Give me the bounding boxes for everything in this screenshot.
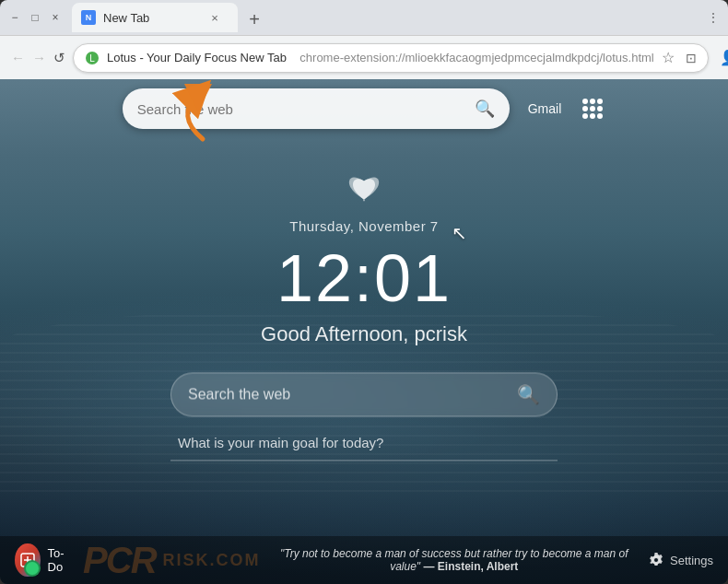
url-full: chrome-extension://mlioekkfacaogmjedpmce… <box>299 51 653 64</box>
watermark-logo: PCR <box>83 540 155 581</box>
url-bar[interactable]: L Lotus - Your Daily Focus New Tab chrom… <box>73 43 709 73</box>
watermark: PCR RISK.COM <box>83 540 260 581</box>
clock-display: 12:01 <box>276 245 452 311</box>
main-search-bar[interactable]: Search the web 🔍 <box>170 372 558 416</box>
apps-grid-button[interactable] <box>580 96 605 122</box>
bottom-bar: To-Do PCR RISK.COM "Try not to become a … <box>0 536 728 584</box>
tab-label: New Tab <box>103 11 149 25</box>
center-content: Thursday, November 7 12:01 Good Afternoo… <box>170 173 558 461</box>
tab-favicon: N <box>81 10 96 25</box>
main-search-icon: 🔍 <box>517 383 540 405</box>
settings-icon[interactable]: ⋮ <box>706 10 721 25</box>
todo-button[interactable]: To-Do <box>15 543 72 577</box>
svg-text:L: L <box>89 53 95 64</box>
tab-close-button[interactable]: × <box>206 9 223 26</box>
settings-button[interactable]: Settings <box>648 552 713 568</box>
window-controls: − □ × <box>7 10 63 25</box>
tab-bar: N New Tab × + <box>68 3 700 32</box>
lotus-icon <box>346 173 382 207</box>
todo-label: To-Do <box>48 546 73 574</box>
date-display: Thursday, November 7 <box>289 218 438 234</box>
title-bar: − □ × N New Tab × + ⋮ <box>0 0 728 35</box>
app-dot <box>597 113 603 119</box>
back-button[interactable]: ← <box>11 45 25 71</box>
forward-button[interactable]: → <box>32 45 46 71</box>
greeting-text: Good Afternoon, pcrisk <box>261 322 467 346</box>
goal-underline <box>170 460 558 461</box>
app-dot <box>582 106 588 111</box>
page-content: 🔍 Gmail <box>0 79 728 584</box>
app-dot <box>590 113 595 119</box>
goal-label: What is your main goal for today? <box>170 435 558 450</box>
app-dot <box>597 99 603 104</box>
bookmark-star-icon[interactable]: ☆ <box>662 49 675 66</box>
maximize-button[interactable]: □ <box>28 10 42 25</box>
top-search-input[interactable] <box>137 101 467 117</box>
active-tab[interactable]: N New Tab × <box>72 3 238 32</box>
refresh-button[interactable]: ↺ <box>53 45 65 71</box>
top-search-bar[interactable]: 🔍 <box>123 88 510 129</box>
watermark-site: RISK.COM <box>163 551 261 570</box>
extensions-icon[interactable]: ⊡ <box>686 51 697 65</box>
profile-icon[interactable]: 👤 <box>716 45 728 71</box>
app-dot <box>590 106 595 111</box>
main-search-placeholder: Search the web <box>188 386 508 403</box>
quote-text: "Try not to become a man of success but … <box>272 547 638 573</box>
todo-icon <box>15 543 41 577</box>
settings-label: Settings <box>670 554 713 567</box>
title-bar-right: ⋮ <box>706 10 721 25</box>
minimize-button[interactable]: − <box>7 10 22 25</box>
close-button[interactable]: × <box>48 10 63 25</box>
browser-frame: − □ × N New Tab × + ⋮ ← → ↺ L Lotus - Yo… <box>0 0 728 584</box>
app-dot <box>582 113 588 119</box>
gmail-link[interactable]: Gmail <box>528 101 562 116</box>
url-text: Lotus - Your Daily Focus New Tab chrome-… <box>107 51 654 64</box>
goal-area: What is your main goal for today? <box>170 435 558 461</box>
page-favicon: L <box>85 51 100 65</box>
app-dot <box>597 106 603 111</box>
top-search-icon[interactable]: 🔍 <box>475 99 495 119</box>
address-bar: ← → ↺ L Lotus - Your Daily Focus New Tab… <box>0 35 728 79</box>
url-friendly: Lotus - Your Daily Focus New Tab <box>107 51 287 64</box>
quote-author: — Einstein, Albert <box>423 560 518 573</box>
address-bar-right: 👤 ⋮ <box>716 45 728 71</box>
new-tab-button[interactable]: + <box>241 6 267 32</box>
app-dot <box>590 99 595 104</box>
top-search-area: 🔍 Gmail <box>0 88 728 129</box>
app-dot <box>582 99 588 104</box>
